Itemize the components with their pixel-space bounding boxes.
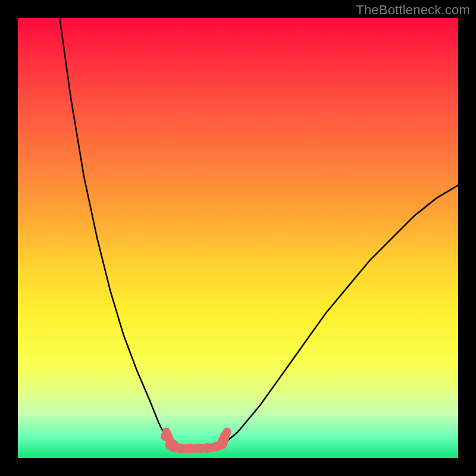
valley-marker	[176, 444, 186, 453]
valley-marker	[202, 443, 212, 453]
valley-marker	[193, 444, 203, 453]
valley-marker	[161, 431, 170, 441]
bottleneck-curve	[18, 18, 458, 458]
valley-marker	[185, 444, 195, 453]
valley-marker	[220, 431, 230, 441]
watermark-text: TheBottleneck.com	[356, 2, 470, 18]
chart-frame: TheBottleneck.com	[0, 0, 476, 476]
curve-path	[60, 18, 458, 449]
plot-area	[18, 18, 458, 458]
